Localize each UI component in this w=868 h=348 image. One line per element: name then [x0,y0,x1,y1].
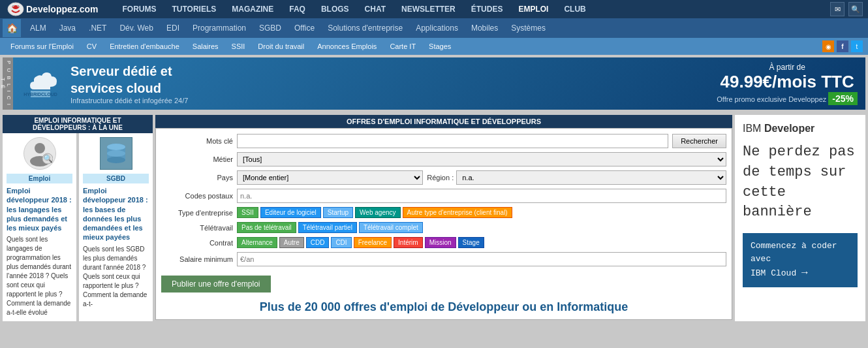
nav-tutoriels[interactable]: TUTORIELS [164,0,224,18]
nav-sgbd[interactable]: SGBD [253,18,288,38]
tag-interim[interactable]: Intérim [394,237,423,248]
ibm-headline: Ne perdez pas de temps sur cette bannièr… [743,142,858,223]
second-navigation: 🏠 ALM Java .NET Dév. Web EDI Programmati… [0,18,868,38]
nav-emploi[interactable]: EMPLOI [510,0,556,18]
tag-ssii[interactable]: SSII [237,207,258,218]
article-emploi-icon-area: 🔍 [7,137,72,170]
region-select[interactable]: n.a. [456,170,726,185]
article-emploi-icon: 🔍 [23,137,56,170]
main-title: Plus de 20 000 offres d'emploi de Dévelo… [161,300,726,314]
nav-ssii[interactable]: SSII [226,38,251,55]
nav-dotnet[interactable]: .NET [82,18,113,38]
nav-java[interactable]: Java [53,18,82,38]
tag-alternance[interactable]: Alternance [237,237,277,248]
nav-alm[interactable]: ALM [23,18,53,38]
home-button[interactable]: 🏠 [3,19,21,37]
ibm-cta[interactable]: Commencez à coder avec IBM Cloud → [743,233,858,287]
codes-postaux-input[interactable] [237,189,726,203]
tag-pas-teletravail[interactable]: Pas de télétravail [237,222,296,233]
twitter-icon[interactable]: t [851,40,863,52]
nav-office[interactable]: Office [288,18,321,38]
tag-editeur[interactable]: Editeur de logiciel [260,207,321,218]
nav-annonces[interactable]: Annonces Emplois [312,38,382,55]
article-emploi-label: Emploi [7,174,72,183]
salaire-label: Salaire minimum [161,255,233,263]
tag-autre-contrat[interactable]: Autre [279,237,304,248]
nav-forums-emploi[interactable]: Forums sur l'Emploi [5,38,79,55]
top-nav-right: ✉ 🔍 [830,2,863,16]
nav-salaires[interactable]: Salaires [187,38,224,55]
nav-forums[interactable]: FORUMS [114,0,164,18]
nav-mobiles[interactable]: Mobiles [465,18,504,38]
pays-row: Pays [Monde entier] Région : n.a. [161,170,726,185]
nav-club[interactable]: CLUB [556,0,593,18]
metier-row: Métier [Tous] [161,152,726,166]
banner-headline: Serveur dédié et services cloud [70,63,188,97]
nav-systemes[interactable]: Systèmes [504,18,552,38]
nav-magazine[interactable]: MAGAZINE [224,0,281,18]
nav-stages[interactable]: Stages [424,38,456,55]
svg-point-6 [35,143,45,153]
nav-newsletter[interactable]: NEWSLETTER [394,0,463,18]
teletravail-label: Télétravail [161,224,233,232]
banner-price: 49.99€/mois TTC [717,72,858,92]
contrat-label: Contrat [161,239,233,247]
tag-mission[interactable]: Mission [425,237,456,248]
contrat-row: Contrat Alternance Autre CDD CDI Freelan… [161,237,726,248]
tag-teletravail-partiel[interactable]: Télétravail partiel [298,222,357,233]
type-tags: SSII Editeur de logiciel Startup Web age… [237,207,726,218]
region-label: Région : [427,174,454,182]
article-sgbd-label: SGBD [83,174,149,183]
tag-cdi[interactable]: CDI [331,237,351,248]
mots-cle-row: Mots clé Rechercher [161,134,726,148]
search-form: Mots clé Rechercher Métier [Tous] Pays [… [155,128,732,320]
article-emploi-title[interactable]: Emploi développeur 2018 : les langages l… [7,186,72,232]
banner-price-area: À partir de 49.99€/mois TTC Offre promo … [717,63,858,105]
article-sgbd-icon [100,137,132,170]
nav-carte-it[interactable]: Carte IT [384,38,421,55]
banner-content[interactable]: HYBRIDCLOUD Serveur dédié et services cl… [13,57,865,110]
tag-webagency[interactable]: Web agency [355,207,400,218]
svg-text:🔍: 🔍 [42,153,52,163]
nav-chat[interactable]: CHAT [357,0,394,18]
top-nav-links: FORUMS TUTORIELS MAGAZINE FAQ BLOGS CHAT… [114,0,830,18]
nav-droit-travail[interactable]: Droit du travail [253,38,309,55]
tag-teletravail-complet[interactable]: Télétravail complet [359,222,423,233]
article-sgbd-body: Quels sont les SGBD les plus demandés du… [83,245,149,309]
nav-solutions[interactable]: Solutions d'entreprise [321,18,409,38]
social-icons: ◉ f t [822,40,863,52]
search-icon[interactable]: 🔍 [848,2,863,16]
nav-devweb[interactable]: Dév. Web [113,18,160,38]
nav-cv[interactable]: CV [82,38,102,55]
svg-point-14 [107,144,125,150]
nav-edi[interactable]: EDI [160,18,186,38]
nav-blogs[interactable]: BLOGS [313,0,357,18]
nav-etudes[interactable]: ÉTUDES [463,0,511,18]
tag-freelance[interactable]: Freelance [354,237,392,248]
publish-button[interactable]: Publier une offre d'emploi [161,276,271,293]
article-sgbd-title[interactable]: Emploi développeur 2018 : les bases de d… [83,186,149,242]
center-panel: OFFRES D'EMPLOI INFORMATIQUE ET DÉVELOPP… [155,115,732,321]
nav-programmation[interactable]: Programmation [186,18,253,38]
banner-promo: Offre promo exclusive Developpez -25% [717,92,858,105]
codes-postaux-label: Codes postaux [161,192,233,200]
email-icon[interactable]: ✉ [830,2,845,16]
nav-applications[interactable]: Applications [409,18,465,38]
banner-subtext: Infrastructure dédié et infogérée 24/7 [70,97,188,104]
tag-stage[interactable]: Stage [458,237,484,248]
search-button[interactable]: Rechercher [672,134,726,148]
left-panel: EMPLOI INFORMATIQUE ET DÉVELOPPEURS : À … [3,115,153,321]
tag-cdd[interactable]: CDD [306,237,330,248]
salaire-input[interactable] [237,252,726,266]
pays-select[interactable]: [Monde entier] [237,170,423,185]
mots-cle-input[interactable] [237,134,668,148]
facebook-icon[interactable]: f [837,40,848,52]
metier-select[interactable]: [Tous] [237,152,726,166]
nav-entretien[interactable]: Entretien d'embauche [104,38,185,55]
nav-faq[interactable]: FAQ [281,0,313,18]
teletravail-tags: Pas de télétravail Télétravail partiel T… [237,222,726,233]
region-area: Région : n.a. [427,170,726,185]
tag-startup[interactable]: Startup [323,207,353,218]
tag-autre-type[interactable]: Autre type d'entreprise (client final) [403,207,512,218]
rss-icon[interactable]: ◉ [822,40,834,52]
